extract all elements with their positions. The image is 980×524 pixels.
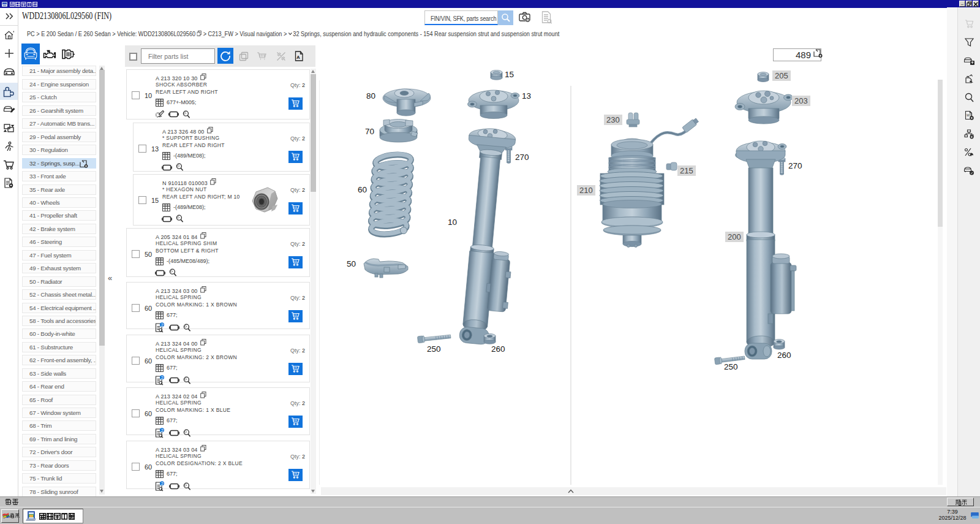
svg-text:2: 2 bbox=[161, 428, 164, 433]
svg-text:A: A bbox=[296, 55, 300, 60]
svg-text:2: 2 bbox=[161, 375, 164, 381]
svg-text:2: 2 bbox=[161, 481, 164, 487]
svg-text:2: 2 bbox=[161, 322, 164, 328]
